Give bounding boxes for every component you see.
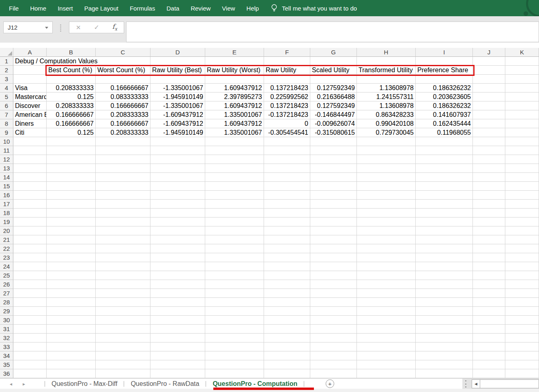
cell-I3[interactable] xyxy=(416,75,473,84)
row-header-6[interactable]: 6 xyxy=(0,101,13,110)
cell-K20[interactable] xyxy=(505,226,539,235)
cell-G22[interactable] xyxy=(310,244,357,253)
cell-K11[interactable] xyxy=(505,146,539,155)
cell-I23[interactable] xyxy=(416,253,473,262)
cell-A31[interactable] xyxy=(13,325,47,334)
cell-E15[interactable] xyxy=(205,182,264,191)
cell-C6[interactable]: 0.166666667 xyxy=(96,101,150,110)
cell-E22[interactable] xyxy=(205,244,264,253)
cell-C10[interactable] xyxy=(96,137,150,146)
cell-B31[interactable] xyxy=(47,325,96,334)
cell-I18[interactable] xyxy=(416,209,473,218)
cell-A36[interactable] xyxy=(13,369,47,378)
cell-J21[interactable] xyxy=(473,235,505,244)
cell-G18[interactable] xyxy=(310,209,357,218)
cell-D36[interactable] xyxy=(150,369,205,378)
cell-F1[interactable] xyxy=(264,57,310,66)
cell-I33[interactable] xyxy=(416,342,473,351)
cell-C23[interactable] xyxy=(96,253,150,262)
cell-B34[interactable] xyxy=(47,351,96,360)
cell-E31[interactable] xyxy=(205,325,264,334)
cell-A1[interactable]: Debug / Computation Values xyxy=(13,57,47,66)
cell-F5[interactable]: 0.225992562 xyxy=(264,93,310,101)
cell-D13[interactable] xyxy=(150,164,205,173)
cell-C28[interactable] xyxy=(96,298,150,307)
cell-F14[interactable] xyxy=(264,173,310,182)
column-header-A[interactable]: A xyxy=(13,48,47,57)
row-header-28[interactable]: 28 xyxy=(0,298,13,307)
cell-D24[interactable] xyxy=(150,262,205,271)
cell-E27[interactable] xyxy=(205,289,264,298)
cell-H21[interactable] xyxy=(357,235,416,244)
cell-I10[interactable] xyxy=(416,137,473,146)
cell-B11[interactable] xyxy=(47,146,96,155)
cell-K13[interactable] xyxy=(505,164,539,173)
cell-C9[interactable]: 0.208333333 xyxy=(96,128,150,137)
cell-D29[interactable] xyxy=(150,307,205,316)
cell-G28[interactable] xyxy=(310,298,357,307)
cell-G1[interactable] xyxy=(310,57,357,66)
cell-K2[interactable] xyxy=(505,66,539,75)
cell-C27[interactable] xyxy=(96,289,150,298)
cell-H32[interactable] xyxy=(357,334,416,342)
cell-K1[interactable] xyxy=(505,57,539,66)
cell-D16[interactable] xyxy=(150,191,205,200)
cell-K31[interactable] xyxy=(505,325,539,334)
horizontal-scrollbar[interactable]: ◀ xyxy=(472,379,539,388)
row-header-4[interactable]: 4 xyxy=(0,84,13,93)
cell-F27[interactable] xyxy=(264,289,310,298)
cell-E10[interactable] xyxy=(205,137,264,146)
row-header-26[interactable]: 26 xyxy=(0,280,13,289)
cell-I21[interactable] xyxy=(416,235,473,244)
cell-D21[interactable] xyxy=(150,235,205,244)
column-header-J[interactable]: J xyxy=(473,48,505,57)
cell-C25[interactable] xyxy=(96,271,150,280)
cell-K24[interactable] xyxy=(505,262,539,271)
cell-B8[interactable]: 0.166666667 xyxy=(47,119,96,128)
column-header-F[interactable]: F xyxy=(264,48,310,57)
cell-D14[interactable] xyxy=(150,173,205,182)
cell-J16[interactable] xyxy=(473,191,505,200)
cell-E25[interactable] xyxy=(205,271,264,280)
cell-J29[interactable] xyxy=(473,307,505,316)
cell-E8[interactable]: 1.609437912 xyxy=(205,119,264,128)
menu-home[interactable]: Home xyxy=(30,5,46,12)
cell-E14[interactable] xyxy=(205,173,264,182)
cell-H1[interactable] xyxy=(357,57,416,66)
cell-E7[interactable]: 1.335001067 xyxy=(205,110,264,119)
row-header-18[interactable]: 18 xyxy=(0,209,13,218)
cell-D33[interactable] xyxy=(150,342,205,351)
cell-J4[interactable] xyxy=(473,84,505,93)
cell-F17[interactable] xyxy=(264,200,310,209)
cell-G25[interactable] xyxy=(310,271,357,280)
cell-K7[interactable] xyxy=(505,110,539,119)
cell-D30[interactable] xyxy=(150,316,205,325)
cell-J1[interactable] xyxy=(473,57,505,66)
cell-G35[interactable] xyxy=(310,360,357,369)
cell-E19[interactable] xyxy=(205,218,264,226)
cell-F4[interactable]: 0.137218423 xyxy=(264,84,310,93)
cell-J36[interactable] xyxy=(473,369,505,378)
cell-I25[interactable] xyxy=(416,271,473,280)
cell-K16[interactable] xyxy=(505,191,539,200)
cell-G16[interactable] xyxy=(310,191,357,200)
cell-E5[interactable]: 2.397895273 xyxy=(205,93,264,101)
row-header-23[interactable]: 23 xyxy=(0,253,13,262)
cell-H13[interactable] xyxy=(357,164,416,173)
cell-I20[interactable] xyxy=(416,226,473,235)
cell-K5[interactable] xyxy=(505,93,539,101)
menu-page-layout[interactable]: Page Layout xyxy=(84,5,118,12)
cell-D1[interactable] xyxy=(150,57,205,66)
cell-I35[interactable] xyxy=(416,360,473,369)
row-header-33[interactable]: 33 xyxy=(0,342,13,351)
cell-E1[interactable] xyxy=(205,57,264,66)
cell-H27[interactable] xyxy=(357,289,416,298)
row-header-13[interactable]: 13 xyxy=(0,164,13,173)
row-header-20[interactable]: 20 xyxy=(0,226,13,235)
cell-G9[interactable]: -0.315080615 xyxy=(310,128,357,137)
cell-G10[interactable] xyxy=(310,137,357,146)
cell-D2[interactable]: Raw Utility (Best) xyxy=(150,66,205,75)
cell-K9[interactable] xyxy=(505,128,539,137)
menu-file[interactable]: File xyxy=(9,5,19,12)
cell-H16[interactable] xyxy=(357,191,416,200)
